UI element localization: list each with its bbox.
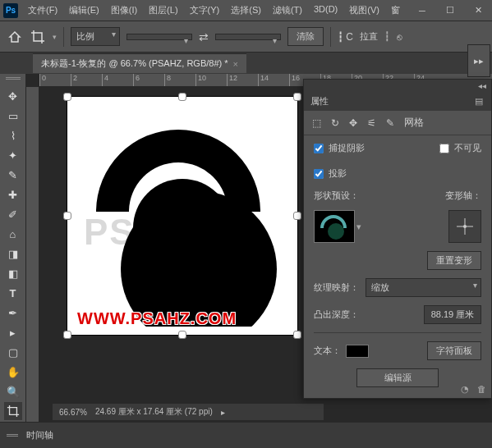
minimize-icon[interactable]: ─ [412, 2, 433, 19]
eraser-tool-icon[interactable]: ◨ [4, 245, 22, 263]
maximize-icon[interactable]: ☐ [439, 2, 461, 19]
eyedropper-tool-icon[interactable]: ✎ [4, 166, 22, 184]
menu-filter[interactable]: 滤镜(T) [268, 2, 307, 19]
close-icon[interactable]: ✕ [467, 2, 489, 19]
timeline-grip-icon[interactable] [7, 434, 18, 437]
menu-select[interactable]: 选择(S) [226, 2, 266, 19]
reset-deform-button[interactable]: 重置变形 [427, 251, 481, 270]
tab-mesh-label[interactable]: 网格 [404, 116, 424, 130]
tab-cap-icon[interactable]: ✎ [386, 117, 394, 129]
ratio-select[interactable]: 比例 [71, 27, 120, 46]
type-tool-icon[interactable]: T [4, 284, 22, 302]
tools-panel: ✥ ▭ ⌇ ✦ ✎ ✚ ✐ ⌂ ◨ ◧ T ✒ ▸ ▢ ✋ 🔍 ⋯ [0, 74, 26, 448]
brush-tool-icon[interactable]: ✐ [4, 205, 22, 223]
panel-collapse-icon[interactable]: ◂◂ [478, 81, 486, 90]
ps-logo: Ps [3, 3, 18, 18]
divider [63, 27, 64, 47]
preset-dropdown-icon[interactable]: ▾ [356, 222, 361, 232]
panel-menu-icon[interactable]: ▤ [475, 96, 485, 107]
properties-panel: ◂◂ 属性 ▤ ⬚ ↻ ✥ ⚟ ✎ 网格 捕捉阴影 不可见 投影 形状预设： 变… [303, 79, 492, 399]
trash-icon[interactable]: 🗑 [477, 384, 486, 395]
hand-tool-icon[interactable]: ✋ [4, 363, 22, 381]
menu-edit[interactable]: 编辑(E) [64, 2, 104, 19]
document-tab-label: 未标题-1-恢复的 @ 66.7% (PSAHZ, RGB/8#) * [41, 57, 228, 70]
tab-coord-icon[interactable]: ✥ [349, 117, 357, 129]
path-select-tool-icon[interactable]: ▸ [4, 323, 22, 341]
tab-deform-icon[interactable]: ⚟ [367, 117, 376, 129]
shape-preset-thumb[interactable] [314, 210, 355, 243]
healing-tool-icon[interactable]: ✚ [4, 185, 22, 203]
menu-image[interactable]: 图像(I) [106, 2, 142, 19]
deform-axis-label: 变形轴： [445, 190, 481, 202]
doc-info: 24.69 厘米 x 17.64 厘米 (72 ppi) [95, 406, 213, 418]
swap-icon[interactable]: ⇄ [199, 30, 209, 43]
deform-axis-widget[interactable] [448, 210, 481, 243]
divider [330, 27, 331, 47]
timeline-panel[interactable]: 时间轴 [0, 422, 492, 448]
catch-shadow-checkbox[interactable]: 捕捉阴影 [314, 142, 365, 154]
document-tab[interactable]: 未标题-1-恢复的 @ 66.7% (PSAHZ, RGB/8#) * × [33, 53, 246, 73]
shape-tool-icon[interactable]: ▢ [4, 343, 22, 361]
text-label: 文本： [314, 345, 341, 357]
menu-type[interactable]: 文字(Y) [185, 2, 225, 19]
pen-tool-icon[interactable]: ✒ [4, 304, 22, 322]
status-bar: 66.67% 24.69 厘米 x 17.64 厘米 (72 ppi) ▸ [53, 404, 324, 420]
crop-tool-icon[interactable] [30, 29, 46, 45]
menu-3d[interactable]: 3D(D) [309, 2, 343, 19]
panel-grip-icon[interactable] [6, 77, 21, 82]
zoom-tool-icon[interactable]: 🔍 [4, 382, 22, 400]
ratio-width-input[interactable] [126, 34, 192, 40]
edit-source-button[interactable]: 编辑源 [356, 368, 439, 387]
export-icon[interactable]: ⎋ [397, 32, 402, 42]
document-tab-bar: 未标题-1-恢复的 @ 66.7% (PSAHZ, RGB/8#) * × [0, 53, 492, 74]
magic-wand-tool-icon[interactable]: ✦ [4, 146, 22, 164]
ruler-vertical [26, 87, 39, 432]
lasso-tool-icon[interactable]: ⌇ [4, 126, 22, 144]
collapse-panels-icon[interactable]: ▸▸ [467, 44, 490, 77]
move-tool-icon[interactable]: ✥ [4, 87, 22, 105]
straighten-label: 拉直 [360, 30, 378, 43]
title-bar: Ps 文件(F) 编辑(E) 图像(I) 图层(L) 文字(Y) 选择(S) 滤… [0, 0, 492, 21]
svg-point-5 [463, 225, 467, 228]
stamp-tool-icon[interactable]: ⌂ [4, 225, 22, 243]
invisible-checkbox[interactable]: 不可见 [439, 142, 481, 154]
tab-close-icon[interactable]: × [233, 59, 238, 69]
watermark: WWW.PSAHZ.COM [77, 309, 237, 328]
texture-map-label: 纹理映射： [314, 281, 359, 294]
cast-shadow-checkbox[interactable]: 投影 [314, 167, 481, 180]
canvas[interactable]: PSA WWW.PSAHZ.COM [67, 97, 297, 335]
text-color-swatch[interactable] [346, 345, 369, 358]
properties-tabs: ⬚ ↻ ✥ ⚟ ✎ 网格 [304, 111, 491, 135]
ratio-height-input[interactable] [215, 34, 281, 40]
canvas-text-layer: PSA [84, 212, 163, 253]
menu-file[interactable]: 文件(F) [23, 2, 62, 19]
shape-preset-label: 形状预设： [314, 190, 359, 202]
zoom-level[interactable]: 66.67% [59, 408, 87, 417]
timeline-label: 时间轴 [26, 429, 53, 441]
render-icon[interactable]: ◔ [461, 384, 469, 395]
straighten-icon[interactable]: ┇ C [338, 31, 353, 43]
tab-mesh-icon[interactable]: ⬚ [312, 117, 321, 129]
tab-rotate-icon[interactable]: ↻ [331, 117, 339, 129]
texture-map-select[interactable]: 缩放 [366, 278, 481, 297]
menu-layer[interactable]: 图层(L) [144, 2, 182, 19]
crop-tool-panel-icon[interactable] [4, 402, 22, 420]
clear-button[interactable]: 清除 [287, 27, 324, 46]
menu-window[interactable]: 窗 [386, 2, 405, 19]
home-icon[interactable] [7, 29, 23, 45]
extrude-depth-field[interactable]: 88.19 厘米 [424, 305, 481, 324]
svg-point-2 [328, 223, 344, 240]
gradient-tool-icon[interactable]: ◧ [4, 264, 22, 282]
properties-title[interactable]: 属性 ▤ [304, 92, 491, 111]
menu-view[interactable]: 视图(V) [344, 2, 384, 19]
char-panel-button[interactable]: 字符面板 [427, 341, 481, 360]
doc-info-chevron-icon[interactable]: ▸ [221, 408, 225, 417]
options-bar: ▾ 比例 ⇄ 清除 ┇ C 拉直 ┇ ⎋ [0, 21, 492, 53]
extrude-depth-label: 凸出深度： [314, 309, 359, 321]
main-menu: 文件(F) 编辑(E) 图像(I) 图层(L) 文字(Y) 选择(S) 滤镜(T… [23, 2, 412, 19]
marquee-tool-icon[interactable]: ▭ [4, 107, 22, 125]
